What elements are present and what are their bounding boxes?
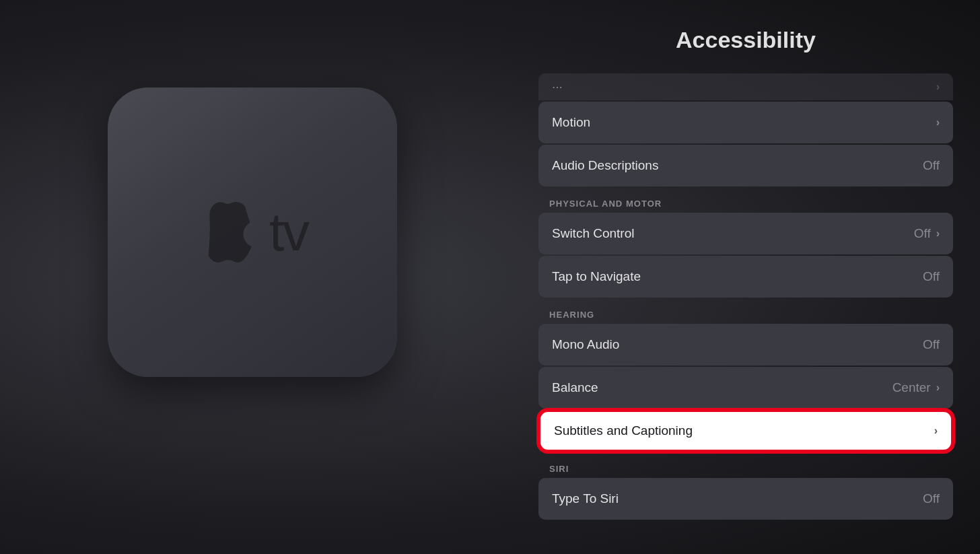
type-to-siri-status: Off <box>923 491 940 506</box>
tap-navigate-row[interactable]: Tap to Navigate Off <box>538 256 953 298</box>
section-vision: Motion › Audio Descriptions Off <box>538 102 953 188</box>
audio-descriptions-label: Audio Descriptions <box>552 158 658 173</box>
siri-header: SIRI <box>538 454 953 478</box>
switch-control-status: Off <box>914 226 931 241</box>
mono-audio-label: Mono Audio <box>552 337 619 352</box>
partial-top-item: ··· › <box>538 73 953 100</box>
balance-row[interactable]: Balance Center › <box>538 367 953 409</box>
section-siri: SIRI Type To Siri Off <box>538 454 953 521</box>
motion-chevron-icon: › <box>936 116 940 129</box>
audio-descriptions-status: Off <box>923 158 940 173</box>
physical-motor-header: PHYSICAL AND MOTOR <box>538 189 953 213</box>
motion-row[interactable]: Motion › <box>538 102 953 143</box>
subtitles-captioning-label: Subtitles and Captioning <box>554 423 693 438</box>
partial-item-label: ··· <box>552 79 563 94</box>
settings-list: Motion › Audio Descriptions Off PHYSICAL… <box>538 102 953 521</box>
audio-descriptions-row[interactable]: Audio Descriptions Off <box>538 145 953 186</box>
balance-value: Center <box>893 380 931 395</box>
switch-control-label: Switch Control <box>552 226 635 241</box>
mono-audio-right: Off <box>923 337 940 352</box>
subtitles-captioning-chevron-icon: › <box>934 425 938 437</box>
balance-label: Balance <box>552 380 598 395</box>
section-hearing: HEARING Mono Audio Off Balance Center › … <box>538 300 953 453</box>
hearing-header: HEARING <box>538 300 953 324</box>
switch-control-right: Off › <box>914 226 940 241</box>
type-to-siri-label: Type To Siri <box>552 491 619 506</box>
motion-right: › <box>936 116 940 129</box>
partial-chevron-icon: › <box>936 81 940 93</box>
tv-text: tv <box>269 201 308 263</box>
apple-tv-box: tv <box>108 88 397 377</box>
type-to-siri-row[interactable]: Type To Siri Off <box>538 478 953 520</box>
balance-chevron-icon: › <box>936 382 940 394</box>
tap-navigate-label: Tap to Navigate <box>552 269 641 284</box>
mono-audio-row[interactable]: Mono Audio Off <box>538 324 953 366</box>
mono-audio-status: Off <box>923 337 940 352</box>
audio-descriptions-value: Off <box>923 158 940 173</box>
tap-navigate-right: Off <box>923 269 940 284</box>
apple-logo-icon <box>197 202 257 263</box>
subtitles-captioning-right: › <box>934 425 938 437</box>
type-to-siri-right: Off <box>923 491 940 506</box>
motion-label: Motion <box>552 115 590 130</box>
switch-control-row[interactable]: Switch Control Off › <box>538 213 953 254</box>
tap-navigate-status: Off <box>923 269 940 284</box>
page-title: Accessibility <box>538 27 953 53</box>
subtitles-captioning-row[interactable]: Subtitles and Captioning › <box>538 410 953 452</box>
apple-tv-logo: tv <box>197 201 308 263</box>
apple-tv-device: tv <box>108 88 397 377</box>
section-physical-motor: PHYSICAL AND MOTOR Switch Control Off › … <box>538 189 953 299</box>
switch-control-chevron-icon: › <box>936 228 940 240</box>
settings-panel: Accessibility ··· › Motion › Audio Descr… <box>512 0 980 554</box>
balance-right: Center › <box>893 380 940 395</box>
